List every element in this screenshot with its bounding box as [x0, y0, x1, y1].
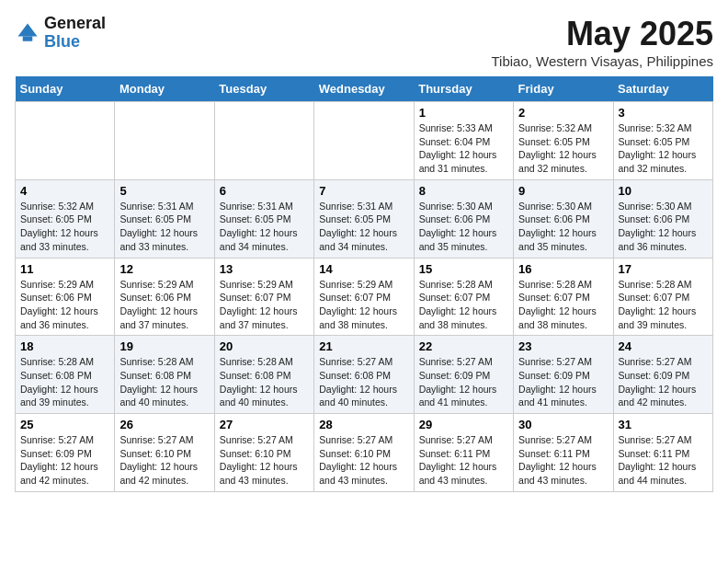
calendar-cell: 15Sunrise: 5:28 AM Sunset: 6:07 PM Dayli… — [414, 258, 513, 336]
day-number: 6 — [220, 184, 309, 198]
day-info: Sunrise: 5:28 AM Sunset: 6:07 PM Dayligh… — [619, 278, 708, 332]
calendar-cell: 26Sunrise: 5:27 AM Sunset: 6:10 PM Dayli… — [115, 414, 214, 492]
day-info: Sunrise: 5:29 AM Sunset: 6:06 PM Dayligh… — [119, 278, 209, 332]
day-info: Sunrise: 5:27 AM Sunset: 6:11 PM Dayligh… — [619, 433, 708, 488]
calendar-body: 1Sunrise: 5:33 AM Sunset: 6:04 PM Daylig… — [16, 102, 713, 492]
day-number: 19 — [119, 339, 209, 353]
day-info: Sunrise: 5:27 AM Sunset: 6:09 PM Dayligh… — [619, 355, 708, 409]
day-number: 13 — [220, 262, 309, 276]
day-info: Sunrise: 5:27 AM Sunset: 6:09 PM Dayligh… — [518, 355, 608, 409]
day-number: 1 — [419, 106, 508, 120]
day-info: Sunrise: 5:28 AM Sunset: 6:07 PM Dayligh… — [419, 278, 508, 332]
day-info: Sunrise: 5:28 AM Sunset: 6:07 PM Dayligh… — [518, 278, 608, 332]
day-number: 9 — [518, 184, 608, 198]
calendar-cell — [314, 102, 414, 180]
svg-rect-1 — [23, 36, 33, 40]
location-title: Tibiao, Western Visayas, Philippines — [491, 53, 713, 69]
day-info: Sunrise: 5:32 AM Sunset: 6:05 PM Dayligh… — [619, 121, 708, 176]
logo-text: General Blue — [44, 15, 106, 52]
day-info: Sunrise: 5:27 AM Sunset: 6:11 PM Dayligh… — [419, 433, 508, 488]
calendar-cell: 25Sunrise: 5:27 AM Sunset: 6:09 PM Dayli… — [16, 414, 115, 492]
calendar-cell: 5Sunrise: 5:31 AM Sunset: 6:05 PM Daylig… — [115, 179, 214, 258]
day-info: Sunrise: 5:31 AM Sunset: 6:05 PM Dayligh… — [119, 200, 209, 254]
calendar-cell: 10Sunrise: 5:30 AM Sunset: 6:06 PM Dayli… — [613, 179, 712, 258]
day-info: Sunrise: 5:31 AM Sunset: 6:05 PM Dayligh… — [319, 200, 408, 254]
page-header: General Blue May 2025 Tibiao, Western Vi… — [15, 15, 713, 69]
calendar-cell: 24Sunrise: 5:27 AM Sunset: 6:09 PM Dayli… — [613, 336, 712, 414]
col-sunday: Sunday — [16, 76, 115, 102]
day-info: Sunrise: 5:30 AM Sunset: 6:06 PM Dayligh… — [619, 200, 708, 254]
week-row-5: 25Sunrise: 5:27 AM Sunset: 6:09 PM Dayli… — [16, 414, 713, 492]
day-info: Sunrise: 5:33 AM Sunset: 6:04 PM Dayligh… — [419, 121, 508, 176]
svg-marker-0 — [18, 23, 38, 36]
day-number: 5 — [119, 184, 209, 198]
calendar-cell: 4Sunrise: 5:32 AM Sunset: 6:05 PM Daylig… — [16, 179, 115, 258]
day-info: Sunrise: 5:28 AM Sunset: 6:08 PM Dayligh… — [220, 355, 309, 409]
calendar-table: Sunday Monday Tuesday Wednesday Thursday… — [15, 76, 713, 492]
day-info: Sunrise: 5:27 AM Sunset: 6:11 PM Dayligh… — [518, 433, 608, 488]
logo-general: General — [44, 15, 106, 33]
day-number: 7 — [319, 184, 408, 198]
logo-icon — [15, 20, 40, 46]
day-info: Sunrise: 5:29 AM Sunset: 6:07 PM Dayligh… — [319, 278, 408, 332]
day-number: 16 — [518, 262, 608, 276]
calendar-cell: 1Sunrise: 5:33 AM Sunset: 6:04 PM Daylig… — [414, 102, 513, 180]
day-number: 2 — [518, 106, 608, 120]
day-number: 28 — [319, 418, 408, 431]
week-row-3: 11Sunrise: 5:29 AM Sunset: 6:06 PM Dayli… — [16, 258, 713, 336]
month-title: May 2025 — [491, 15, 713, 53]
calendar-cell: 2Sunrise: 5:32 AM Sunset: 6:05 PM Daylig… — [514, 102, 613, 180]
col-monday: Monday — [115, 76, 214, 102]
day-number: 11 — [20, 262, 109, 276]
day-info: Sunrise: 5:30 AM Sunset: 6:06 PM Dayligh… — [518, 200, 608, 254]
logo-blue: Blue — [44, 33, 106, 52]
day-number: 30 — [518, 418, 608, 431]
day-number: 24 — [619, 339, 708, 353]
day-info: Sunrise: 5:32 AM Sunset: 6:05 PM Dayligh… — [20, 200, 109, 254]
calendar-cell: 31Sunrise: 5:27 AM Sunset: 6:11 PM Dayli… — [613, 414, 712, 492]
calendar-cell — [115, 102, 214, 180]
calendar-cell: 3Sunrise: 5:32 AM Sunset: 6:05 PM Daylig… — [613, 102, 712, 180]
calendar-cell: 9Sunrise: 5:30 AM Sunset: 6:06 PM Daylig… — [514, 179, 613, 258]
calendar-cell: 17Sunrise: 5:28 AM Sunset: 6:07 PM Dayli… — [613, 258, 712, 336]
day-number: 31 — [619, 418, 708, 431]
day-number: 15 — [419, 262, 508, 276]
day-number: 23 — [518, 339, 608, 353]
calendar-cell: 23Sunrise: 5:27 AM Sunset: 6:09 PM Dayli… — [514, 336, 613, 414]
day-number: 21 — [319, 339, 408, 353]
day-number: 3 — [619, 106, 708, 120]
col-wednesday: Wednesday — [314, 76, 414, 102]
day-number: 20 — [220, 339, 309, 353]
col-tuesday: Tuesday — [214, 76, 313, 102]
day-info: Sunrise: 5:30 AM Sunset: 6:06 PM Dayligh… — [419, 200, 508, 254]
calendar-cell: 20Sunrise: 5:28 AM Sunset: 6:08 PM Dayli… — [214, 336, 313, 414]
col-thursday: Thursday — [414, 76, 513, 102]
day-info: Sunrise: 5:27 AM Sunset: 6:09 PM Dayligh… — [419, 355, 508, 409]
day-info: Sunrise: 5:27 AM Sunset: 6:10 PM Dayligh… — [319, 433, 408, 488]
calendar-cell: 30Sunrise: 5:27 AM Sunset: 6:11 PM Dayli… — [514, 414, 613, 492]
day-number: 14 — [319, 262, 408, 276]
calendar-cell: 16Sunrise: 5:28 AM Sunset: 6:07 PM Dayli… — [514, 258, 613, 336]
day-info: Sunrise: 5:27 AM Sunset: 6:10 PM Dayligh… — [119, 433, 209, 488]
day-info: Sunrise: 5:29 AM Sunset: 6:07 PM Dayligh… — [220, 278, 309, 332]
day-number: 22 — [419, 339, 508, 353]
day-info: Sunrise: 5:32 AM Sunset: 6:05 PM Dayligh… — [518, 121, 608, 176]
calendar-cell — [214, 102, 313, 180]
day-number: 4 — [20, 184, 109, 198]
calendar-cell: 14Sunrise: 5:29 AM Sunset: 6:07 PM Dayli… — [314, 258, 414, 336]
calendar-cell: 6Sunrise: 5:31 AM Sunset: 6:05 PM Daylig… — [214, 179, 313, 258]
week-row-4: 18Sunrise: 5:28 AM Sunset: 6:08 PM Dayli… — [16, 336, 713, 414]
day-number: 29 — [419, 418, 508, 431]
day-info: Sunrise: 5:28 AM Sunset: 6:08 PM Dayligh… — [119, 355, 209, 409]
day-info: Sunrise: 5:27 AM Sunset: 6:08 PM Dayligh… — [319, 355, 408, 409]
day-info: Sunrise: 5:28 AM Sunset: 6:08 PM Dayligh… — [20, 355, 109, 409]
calendar-header: Sunday Monday Tuesday Wednesday Thursday… — [16, 76, 713, 102]
calendar-cell: 27Sunrise: 5:27 AM Sunset: 6:10 PM Dayli… — [214, 414, 313, 492]
title-block: May 2025 Tibiao, Western Visayas, Philip… — [491, 15, 713, 69]
calendar-cell: 19Sunrise: 5:28 AM Sunset: 6:08 PM Dayli… — [115, 336, 214, 414]
calendar-cell: 29Sunrise: 5:27 AM Sunset: 6:11 PM Dayli… — [414, 414, 513, 492]
calendar-cell: 28Sunrise: 5:27 AM Sunset: 6:10 PM Dayli… — [314, 414, 414, 492]
day-info: Sunrise: 5:27 AM Sunset: 6:09 PM Dayligh… — [20, 433, 109, 488]
header-row: Sunday Monday Tuesday Wednesday Thursday… — [16, 76, 713, 102]
week-row-2: 4Sunrise: 5:32 AM Sunset: 6:05 PM Daylig… — [16, 179, 713, 258]
